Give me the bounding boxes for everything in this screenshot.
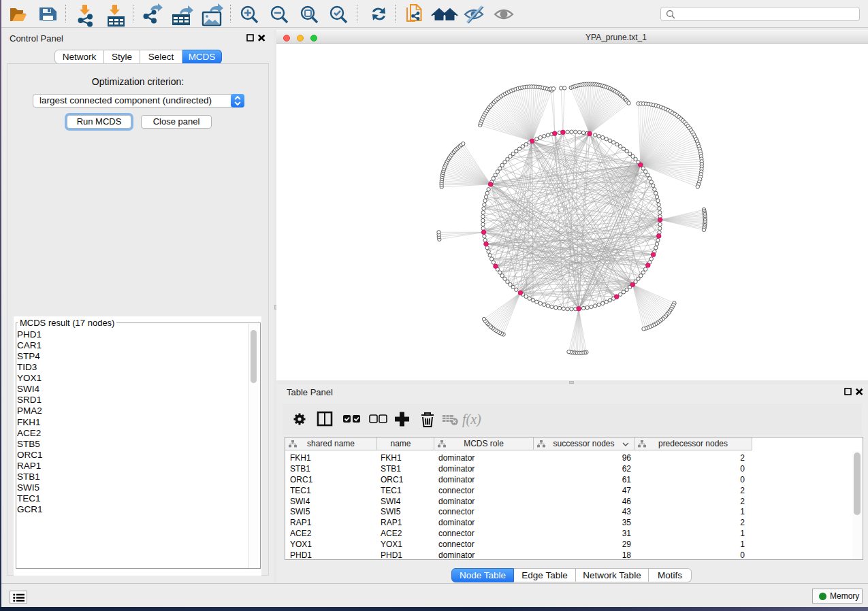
svg-text:f(x): f(x)	[462, 412, 481, 427]
